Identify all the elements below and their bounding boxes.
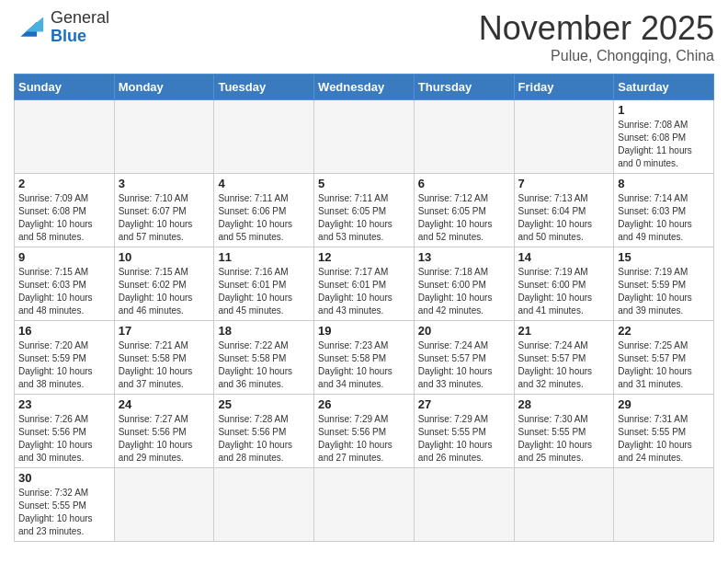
logo-general: General <box>51 8 109 27</box>
day-info: Sunrise: 7:23 AMSunset: 5:58 PMDaylight:… <box>318 339 410 391</box>
day-info: Sunrise: 7:13 AMSunset: 6:04 PMDaylight:… <box>518 192 610 244</box>
logo: General Blue <box>14 9 109 46</box>
day-cell: 29Sunrise: 7:31 AMSunset: 5:55 PMDayligh… <box>614 395 714 468</box>
day-number: 15 <box>618 250 710 264</box>
day-info: Sunrise: 7:31 AMSunset: 5:55 PMDaylight:… <box>618 413 710 465</box>
page-container: General Blue November 2025 Pulue, Chongq… <box>0 0 728 551</box>
day-info: Sunrise: 7:14 AMSunset: 6:03 PMDaylight:… <box>618 192 710 244</box>
day-number: 7 <box>518 177 610 190</box>
week-row-1: 2Sunrise: 7:09 AMSunset: 6:08 PMDaylight… <box>15 174 714 247</box>
day-cell: 8Sunrise: 7:14 AMSunset: 6:03 PMDaylight… <box>614 174 714 247</box>
day-info: Sunrise: 7:32 AMSunset: 5:55 PMDaylight:… <box>18 487 110 538</box>
day-info: Sunrise: 7:21 AMSunset: 5:58 PMDaylight:… <box>119 339 210 391</box>
day-cell: 5Sunrise: 7:11 AMSunset: 6:05 PMDaylight… <box>314 174 415 247</box>
weekday-saturday: Saturday <box>614 75 714 100</box>
day-info: Sunrise: 7:24 AMSunset: 5:57 PMDaylight:… <box>518 339 610 391</box>
day-info: Sunrise: 7:26 AMSunset: 5:56 PMDaylight:… <box>18 413 110 465</box>
weekday-tuesday: Tuesday <box>214 75 314 100</box>
day-info: Sunrise: 7:22 AMSunset: 5:58 PMDaylight:… <box>218 339 310 391</box>
day-cell <box>15 100 115 174</box>
day-number: 26 <box>318 397 410 411</box>
day-info: Sunrise: 7:30 AMSunset: 5:55 PMDaylight:… <box>518 413 610 465</box>
day-number: 19 <box>318 324 410 338</box>
day-info: Sunrise: 7:19 AMSunset: 6:00 PMDaylight:… <box>518 266 610 317</box>
day-cell: 12Sunrise: 7:17 AMSunset: 6:01 PMDayligh… <box>314 247 415 321</box>
day-info: Sunrise: 7:15 AMSunset: 6:03 PMDaylight:… <box>18 266 110 317</box>
day-info: Sunrise: 7:29 AMSunset: 5:55 PMDaylight:… <box>418 413 510 465</box>
day-number: 3 <box>119 177 210 190</box>
day-cell: 7Sunrise: 7:13 AMSunset: 6:04 PMDaylight… <box>514 174 614 247</box>
week-row-4: 23Sunrise: 7:26 AMSunset: 5:56 PMDayligh… <box>15 395 714 468</box>
day-cell <box>314 100 415 174</box>
weekday-thursday: Thursday <box>414 75 514 100</box>
weekday-sunday: Sunday <box>15 75 115 100</box>
header: General Blue November 2025 Pulue, Chongq… <box>14 9 714 64</box>
day-cell: 6Sunrise: 7:12 AMSunset: 6:05 PMDaylight… <box>414 174 514 247</box>
day-info: Sunrise: 7:10 AMSunset: 6:07 PMDaylight:… <box>119 192 210 244</box>
day-cell: 4Sunrise: 7:11 AMSunset: 6:06 PMDaylight… <box>214 174 314 247</box>
day-cell <box>514 468 614 542</box>
day-info: Sunrise: 7:25 AMSunset: 5:57 PMDaylight:… <box>618 339 710 391</box>
week-row-3: 16Sunrise: 7:20 AMSunset: 5:59 PMDayligh… <box>15 321 714 395</box>
day-cell: 22Sunrise: 7:25 AMSunset: 5:57 PMDayligh… <box>614 321 714 395</box>
day-cell <box>114 100 214 174</box>
day-info: Sunrise: 7:18 AMSunset: 6:00 PMDaylight:… <box>418 266 510 317</box>
day-cell: 21Sunrise: 7:24 AMSunset: 5:57 PMDayligh… <box>514 321 614 395</box>
week-row-5: 30Sunrise: 7:32 AMSunset: 5:55 PMDayligh… <box>15 468 714 542</box>
day-number: 2 <box>18 177 110 190</box>
day-cell: 15Sunrise: 7:19 AMSunset: 5:59 PMDayligh… <box>614 247 714 321</box>
week-row-0: 1Sunrise: 7:08 AMSunset: 6:08 PMDaylight… <box>15 100 714 174</box>
day-number: 5 <box>318 177 410 190</box>
day-cell: 20Sunrise: 7:24 AMSunset: 5:57 PMDayligh… <box>414 321 514 395</box>
day-number: 16 <box>18 324 110 338</box>
day-cell: 11Sunrise: 7:16 AMSunset: 6:01 PMDayligh… <box>214 247 314 321</box>
day-number: 24 <box>119 397 210 411</box>
day-number: 12 <box>318 250 410 264</box>
day-cell: 16Sunrise: 7:20 AMSunset: 5:59 PMDayligh… <box>15 321 115 395</box>
day-number: 6 <box>418 177 510 190</box>
month-title: November 2025 <box>479 9 714 48</box>
day-number: 30 <box>18 471 110 485</box>
day-info: Sunrise: 7:16 AMSunset: 6:01 PMDaylight:… <box>218 266 310 317</box>
weekday-wednesday: Wednesday <box>314 75 415 100</box>
day-number: 18 <box>218 324 310 338</box>
day-cell: 25Sunrise: 7:28 AMSunset: 5:56 PMDayligh… <box>214 395 314 468</box>
calendar: SundayMondayTuesdayWednesdayThursdayFrid… <box>14 74 714 542</box>
day-info: Sunrise: 7:11 AMSunset: 6:06 PMDaylight:… <box>218 192 310 244</box>
location: Pulue, Chongqing, China <box>479 48 714 64</box>
day-cell: 13Sunrise: 7:18 AMSunset: 6:00 PMDayligh… <box>414 247 514 321</box>
weekday-monday: Monday <box>114 75 214 100</box>
day-info: Sunrise: 7:29 AMSunset: 5:56 PMDaylight:… <box>318 413 410 465</box>
day-number: 21 <box>518 324 610 338</box>
day-number: 28 <box>518 397 610 411</box>
day-info: Sunrise: 7:11 AMSunset: 6:05 PMDaylight:… <box>318 192 410 244</box>
day-cell: 18Sunrise: 7:22 AMSunset: 5:58 PMDayligh… <box>214 321 314 395</box>
title-block: November 2025 Pulue, Chongqing, China <box>479 9 714 64</box>
day-cell: 3Sunrise: 7:10 AMSunset: 6:07 PMDaylight… <box>114 174 214 247</box>
day-number: 14 <box>518 250 610 264</box>
day-info: Sunrise: 7:20 AMSunset: 5:59 PMDaylight:… <box>18 339 110 391</box>
day-cell: 30Sunrise: 7:32 AMSunset: 5:55 PMDayligh… <box>15 468 115 542</box>
day-cell <box>514 100 614 174</box>
day-cell: 19Sunrise: 7:23 AMSunset: 5:58 PMDayligh… <box>314 321 415 395</box>
day-cell: 1Sunrise: 7:08 AMSunset: 6:08 PMDaylight… <box>614 100 714 174</box>
day-cell <box>414 100 514 174</box>
day-cell <box>614 468 714 542</box>
day-number: 22 <box>618 324 710 338</box>
day-number: 4 <box>218 177 310 190</box>
day-cell: 24Sunrise: 7:27 AMSunset: 5:56 PMDayligh… <box>114 395 214 468</box>
day-cell: 28Sunrise: 7:30 AMSunset: 5:55 PMDayligh… <box>514 395 614 468</box>
day-cell: 9Sunrise: 7:15 AMSunset: 6:03 PMDaylight… <box>15 247 115 321</box>
svg-marker-1 <box>26 17 43 31</box>
week-row-2: 9Sunrise: 7:15 AMSunset: 6:03 PMDaylight… <box>15 247 714 321</box>
day-info: Sunrise: 7:09 AMSunset: 6:08 PMDaylight:… <box>18 192 110 244</box>
day-number: 27 <box>418 397 510 411</box>
day-cell: 17Sunrise: 7:21 AMSunset: 5:58 PMDayligh… <box>114 321 214 395</box>
day-cell: 10Sunrise: 7:15 AMSunset: 6:02 PMDayligh… <box>114 247 214 321</box>
day-number: 9 <box>18 250 110 264</box>
day-info: Sunrise: 7:28 AMSunset: 5:56 PMDaylight:… <box>218 413 310 465</box>
day-number: 23 <box>18 397 110 411</box>
day-info: Sunrise: 7:08 AMSunset: 6:08 PMDaylight:… <box>618 119 710 170</box>
day-number: 11 <box>218 250 310 264</box>
logo-icon <box>14 14 47 41</box>
